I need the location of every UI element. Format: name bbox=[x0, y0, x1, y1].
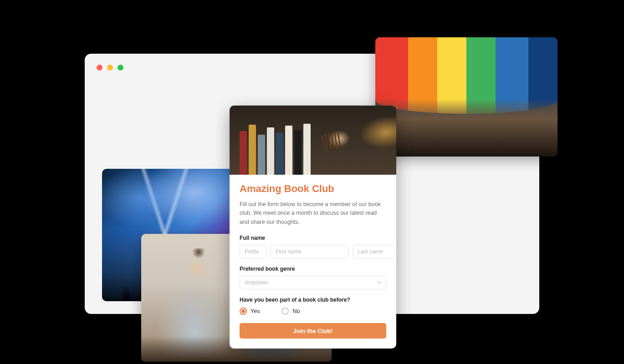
submit-button[interactable]: Join the Club! bbox=[240, 323, 386, 339]
first-name-input[interactable] bbox=[271, 245, 349, 258]
image-pride-flag bbox=[375, 37, 558, 157]
signup-form-card: Amazing Book Club Fill out the form belo… bbox=[230, 106, 396, 349]
form-description: Fill out the form below to become a memb… bbox=[240, 200, 386, 227]
prefix-input[interactable] bbox=[240, 245, 267, 258]
genre-label: Preferred book genre bbox=[240, 266, 386, 272]
genre-dropdown[interactable]: dropdown bbox=[240, 276, 386, 289]
form-title: Amazing Book Club bbox=[240, 183, 386, 195]
window-controls bbox=[97, 65, 123, 71]
form-hero-image bbox=[230, 106, 396, 175]
radio-yes[interactable]: Yes bbox=[240, 308, 260, 315]
window-minimize-icon[interactable] bbox=[107, 65, 113, 71]
window-close-icon[interactable] bbox=[97, 65, 102, 71]
radio-icon bbox=[240, 308, 247, 315]
radio-yes-label: Yes bbox=[251, 308, 260, 314]
window-maximize-icon[interactable] bbox=[118, 65, 123, 71]
prior-club-label: Have you been part of a book club before… bbox=[240, 297, 386, 303]
full-name-label: Full name bbox=[240, 235, 386, 241]
radio-icon bbox=[281, 308, 289, 315]
radio-no-label: No bbox=[292, 308, 300, 314]
last-name-input[interactable] bbox=[353, 245, 396, 258]
radio-no[interactable]: No bbox=[281, 308, 300, 315]
